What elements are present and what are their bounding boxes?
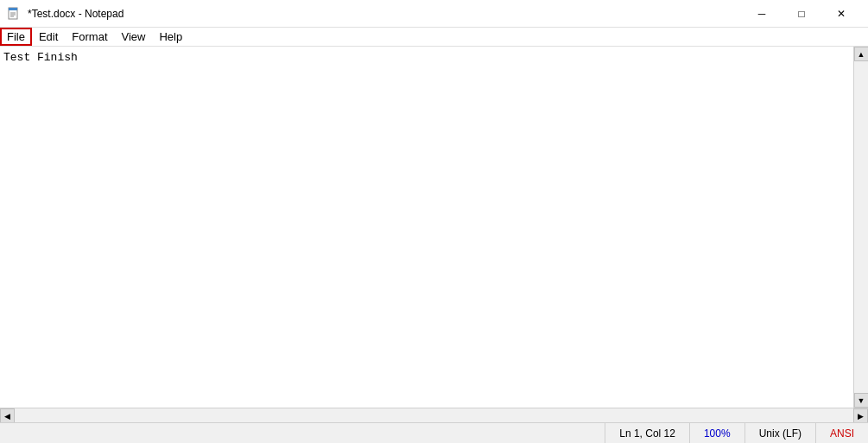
menu-item-format[interactable]: Format bbox=[65, 28, 114, 46]
cursor-position: Ln 1, Col 12 bbox=[605, 423, 689, 443]
scroll-right-button[interactable]: ▶ bbox=[853, 408, 868, 422]
menu-item-edit[interactable]: Edit bbox=[32, 28, 65, 46]
window-controls: ─ □ ✕ bbox=[742, 0, 861, 28]
zoom-level: 100% bbox=[689, 423, 744, 443]
horizontal-scrollbar: ◀ ▶ bbox=[0, 408, 868, 422]
menu-item-help[interactable]: Help bbox=[152, 28, 189, 46]
status-bar: Ln 1, Col 12 100% Unix (LF) ANSI bbox=[0, 422, 868, 443]
svg-rect-1 bbox=[9, 8, 17, 10]
close-button[interactable]: ✕ bbox=[821, 0, 861, 28]
editor-scroll-area: Test Finish ▲ ▼ bbox=[0, 47, 868, 408]
title-bar-left: *Test.docx - Notepad bbox=[7, 7, 124, 21]
window-title: *Test.docx - Notepad bbox=[28, 8, 124, 20]
editor-content[interactable]: Test Finish bbox=[3, 50, 865, 404]
encoding: ANSI bbox=[815, 423, 868, 443]
scroll-track-h[interactable] bbox=[15, 408, 853, 422]
menu-item-file[interactable]: File bbox=[0, 28, 32, 46]
line-ending: Unix (LF) bbox=[744, 423, 815, 443]
editor-text-area: Test Finish bbox=[0, 47, 868, 408]
app-icon bbox=[7, 7, 21, 21]
scroll-down-button[interactable]: ▼ bbox=[854, 393, 869, 408]
menu-item-view[interactable]: View bbox=[115, 28, 153, 46]
scroll-up-button[interactable]: ▲ bbox=[854, 47, 869, 61]
editor-wrapper: Test Finish ▲ ▼ ◀ ▶ bbox=[0, 47, 868, 422]
scroll-track-v[interactable] bbox=[854, 61, 868, 393]
vertical-scrollbar: ▲ ▼ bbox=[853, 47, 868, 408]
menu-bar: File Edit Format View Help bbox=[0, 28, 868, 47]
title-bar: *Test.docx - Notepad ─ □ ✕ bbox=[0, 0, 868, 28]
minimize-button[interactable]: ─ bbox=[742, 0, 782, 28]
scroll-left-button[interactable]: ◀ bbox=[0, 408, 15, 422]
editor-main: Test Finish ▲ ▼ ◀ ▶ bbox=[0, 47, 868, 422]
maximize-button[interactable]: □ bbox=[782, 0, 821, 28]
